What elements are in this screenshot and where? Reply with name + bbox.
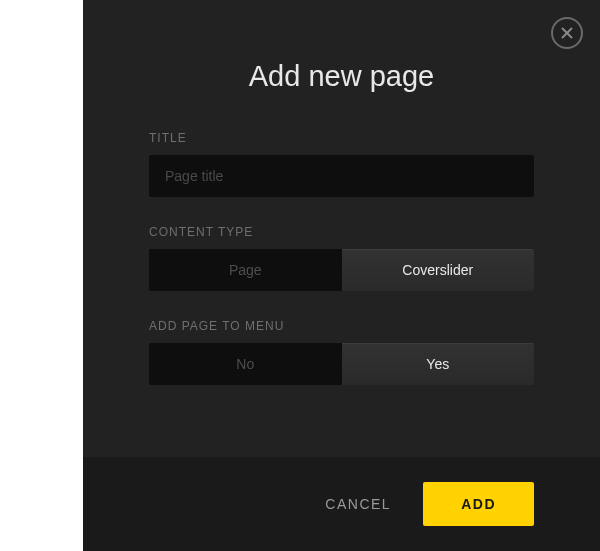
field-add-to-menu: ADD PAGE TO MENU No Yes bbox=[149, 319, 534, 385]
add-page-modal: Add new page TITLE CONTENT TYPE Page Cov… bbox=[83, 0, 600, 551]
add-to-menu-label: ADD PAGE TO MENU bbox=[149, 319, 534, 333]
title-input[interactable] bbox=[149, 155, 534, 197]
content-type-option-coverslider[interactable]: Coverslider bbox=[342, 249, 535, 291]
modal-body: Add new page TITLE CONTENT TYPE Page Cov… bbox=[83, 0, 600, 457]
close-button[interactable] bbox=[551, 17, 583, 49]
title-label: TITLE bbox=[149, 131, 534, 145]
close-icon bbox=[561, 27, 573, 39]
content-type-label: CONTENT TYPE bbox=[149, 225, 534, 239]
content-type-option-page[interactable]: Page bbox=[149, 249, 342, 291]
add-button[interactable]: ADD bbox=[423, 482, 534, 526]
field-content-type: CONTENT TYPE Page Coverslider bbox=[149, 225, 534, 291]
modal-footer: CANCEL ADD bbox=[83, 457, 600, 551]
add-to-menu-option-yes[interactable]: Yes bbox=[342, 343, 535, 385]
modal-title: Add new page bbox=[149, 60, 534, 93]
add-to-menu-segmented: No Yes bbox=[149, 343, 534, 385]
add-to-menu-option-no[interactable]: No bbox=[149, 343, 342, 385]
cancel-button[interactable]: CANCEL bbox=[325, 496, 391, 512]
content-type-segmented: Page Coverslider bbox=[149, 249, 534, 291]
field-title: TITLE bbox=[149, 131, 534, 197]
